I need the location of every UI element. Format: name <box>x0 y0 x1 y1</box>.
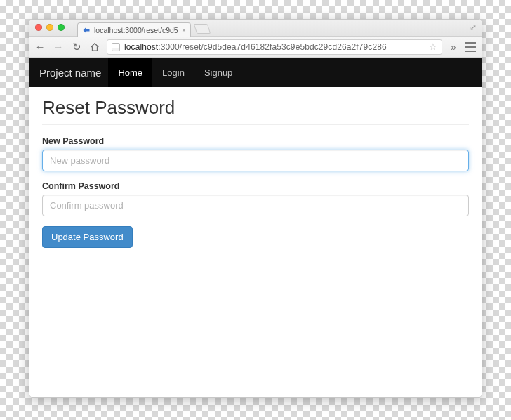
url-host: localhost <box>124 42 158 52</box>
new-password-input[interactable] <box>42 150 469 171</box>
url-path: :3000/reset/c9d5dea7d46182fa53c9e5bdc29c… <box>158 42 386 52</box>
brand[interactable]: Project name <box>39 67 101 79</box>
extensions-overflow-icon[interactable]: » <box>448 41 459 53</box>
app-navbar: Project name Home Login Signup <box>29 58 482 87</box>
favicon-icon <box>82 26 91 34</box>
back-button[interactable]: ← <box>34 40 46 54</box>
address-bar[interactable]: localhost:3000/reset/c9d5dea7d46182fa53c… <box>107 39 442 55</box>
update-password-button[interactable]: Update Password <box>42 226 133 248</box>
fullscreen-icon[interactable]: ⤢ <box>469 23 477 32</box>
zoom-window-button[interactable] <box>58 24 65 31</box>
titlebar: localhost:3000/reset/c9d5 × ⤢ <box>29 20 482 37</box>
content: Reset Password New Password Confirm Pass… <box>29 87 482 262</box>
page-title: Reset Password <box>42 97 469 125</box>
new-password-group: New Password <box>42 136 469 171</box>
url-text: localhost:3000/reset/c9d5dea7d46182fa53c… <box>124 42 425 52</box>
close-window-button[interactable] <box>35 24 42 31</box>
nav-home[interactable]: Home <box>108 58 152 87</box>
confirm-password-group: Confirm Password <box>42 181 469 216</box>
tabstrip: localhost:3000/reset/c9d5 × <box>77 20 209 36</box>
browser-window: localhost:3000/reset/c9d5 × ⤢ ← → ↻ loca… <box>29 19 482 398</box>
page-icon <box>112 43 120 51</box>
new-tab-button[interactable] <box>194 24 211 34</box>
toolbar: ← → ↻ localhost:3000/reset/c9d5dea7d4618… <box>29 37 482 58</box>
browser-tab[interactable]: localhost:3000/reset/c9d5 × <box>77 22 191 37</box>
nav-signup[interactable]: Signup <box>194 58 242 87</box>
menu-button[interactable] <box>465 42 476 52</box>
forward-button[interactable]: → <box>52 40 65 54</box>
confirm-password-label: Confirm Password <box>42 181 469 191</box>
reload-button[interactable]: ↻ <box>70 40 83 54</box>
page-viewport: Project name Home Login Signup Reset Pas… <box>29 58 482 397</box>
svg-marker-0 <box>84 27 90 33</box>
bookmark-icon[interactable]: ☆ <box>429 41 437 52</box>
nav-login[interactable]: Login <box>152 58 194 87</box>
minimize-window-button[interactable] <box>46 24 53 31</box>
home-button[interactable] <box>88 40 101 54</box>
tab-title: localhost:3000/reset/c9d5 <box>94 26 178 34</box>
new-password-label: New Password <box>42 136 469 146</box>
confirm-password-input[interactable] <box>42 195 469 216</box>
close-tab-icon[interactable]: × <box>182 26 186 34</box>
window-controls <box>35 24 65 31</box>
